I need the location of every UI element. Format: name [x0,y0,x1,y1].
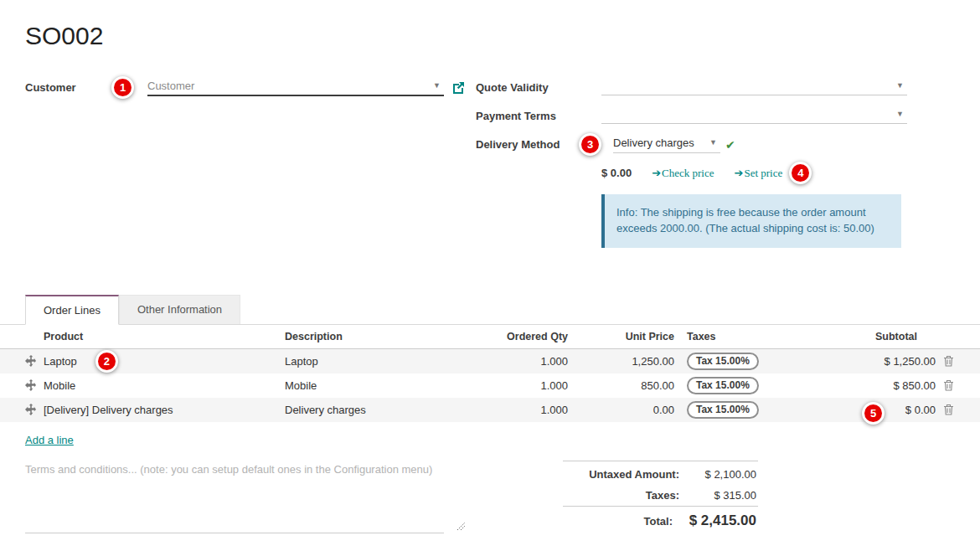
terms-textarea[interactable]: Terms and conditions... (note: you can s… [25,458,444,533]
arrow-right-icon: ➔ [735,167,744,179]
taxes-row: Taxes: $ 315.00 [563,485,758,506]
tax-badge[interactable]: Tax 15.00% [687,401,759,419]
checkmark-icon: ✔ [725,138,735,152]
annotation-badge-2: 2 [95,350,118,373]
delivery-method-label: Delivery Method [476,138,579,151]
notebook-tabs: Order Lines Other Information [0,295,980,325]
terms-placeholder: Terms and conditions... (note: you can s… [25,463,432,476]
quote-validity-input[interactable]: ▼ [601,80,907,95]
tab-other-information[interactable]: Other Information [119,295,240,324]
annotation-badge-5: 5 [862,402,885,425]
line-qty[interactable]: 1.000 [471,379,568,392]
customer-input[interactable]: Customer ▼ [147,80,444,96]
untaxed-amount-value: $ 2,100.00 [679,468,756,481]
order-lines-header: Product Description Ordered Qty Unit Pri… [0,325,980,349]
totals-panel: Untaxed Amount: $ 2,100.00 Taxes: $ 315.… [563,461,758,533]
taxes-value: $ 315.00 [679,489,756,502]
set-price-button[interactable]: ➔Set price [735,167,783,180]
product-name[interactable]: Laptop [44,355,77,368]
line-unit-price[interactable]: 0.00 [568,404,674,416]
product-name[interactable]: Mobile [44,379,75,392]
shipping-info-alert: Info: The shipping is free because the o… [601,194,901,248]
line-unit-price[interactable]: 1,250.00 [568,355,674,368]
line-qty[interactable]: 1.000 [471,404,568,416]
add-a-line-button[interactable]: Add a line [25,434,74,446]
form-left-column: Customer 1 Customer ▼ [0,76,465,248]
table-row[interactable]: Mobile Mobile 1.000 850.00 Tax 15.00% $ … [0,373,980,398]
annotation-badge-4: 4 [789,162,812,184]
customer-placeholder: Customer [147,80,194,92]
line-description[interactable]: Laptop [285,355,471,368]
col-ordered-qty[interactable]: Ordered Qty [471,331,568,342]
line-qty[interactable]: 1.000 [471,355,568,368]
external-link-icon[interactable] [452,81,465,94]
page-title: SO002 [25,22,980,50]
arrow-right-icon: ➔ [652,167,661,179]
drag-handle-icon[interactable] [0,404,44,415]
resize-handle-icon[interactable] [456,522,466,531]
form-area: Customer 1 Customer ▼ Quote Validity ▼ P… [0,76,980,248]
col-product[interactable]: Product [44,331,285,342]
tab-order-lines[interactable]: Order Lines [25,295,119,325]
payment-terms-row: Payment Terms ▼ [476,105,907,127]
col-description[interactable]: Description [285,331,471,342]
table-row[interactable]: [Delivery] Delivery charges Delivery cha… [0,398,980,422]
total-value: $ 2,415.00 [673,512,756,529]
chevron-down-icon[interactable]: ▼ [706,138,720,147]
chevron-down-icon[interactable]: ▼ [430,81,444,90]
col-unit-price[interactable]: Unit Price [568,331,674,342]
quote-validity-label: Quote Validity [476,81,601,94]
chevron-down-icon[interactable]: ▼ [893,81,907,90]
untaxed-amount-row: Untaxed Amount: $ 2,100.00 [563,461,758,485]
annotation-badge-1: 1 [111,76,134,99]
line-subtotal: $ 1,250.00 [846,355,936,368]
check-price-button[interactable]: ➔Check price [652,167,714,180]
payment-terms-label: Payment Terms [476,110,601,122]
chevron-down-icon[interactable]: ▼ [893,110,907,118]
delivery-price-row: $ 0.00 ➔Check price ➔Set price 4 [601,162,907,184]
table-row[interactable]: Laptop 2 Laptop 1.000 1,250.00 Tax 15.00… [0,349,980,373]
delete-line-icon[interactable] [936,355,980,367]
tax-badge[interactable]: Tax 15.00% [687,377,759,394]
delivery-price: $ 0.00 [601,167,632,179]
footer-area: Terms and conditions... (note: you can s… [0,458,980,533]
delivery-method-value: Delivery charges [613,136,694,149]
annotation-badge-3: 3 [579,133,601,156]
col-taxes[interactable]: Taxes [674,331,846,342]
total-label: Total: [563,515,673,528]
customer-row: Customer 1 Customer ▼ [25,76,465,99]
line-subtotal: $ 850.00 [846,379,936,392]
tax-badge[interactable]: Tax 15.00% [687,353,759,370]
delete-line-icon[interactable] [936,379,980,391]
drag-handle-icon[interactable] [0,379,44,391]
customer-label: Customer [25,81,111,94]
taxes-label: Taxes: [563,489,679,502]
total-row: Total: $ 2,415.00 [563,506,758,533]
quote-validity-row: Quote Validity ▼ [476,76,907,99]
product-name[interactable]: [Delivery] Delivery charges [44,404,173,416]
payment-terms-input[interactable]: ▼ [601,109,907,124]
untaxed-amount-label: Untaxed Amount: [563,468,679,481]
line-description[interactable]: Delivery charges [285,404,471,416]
col-subtotal[interactable]: Subtotal [846,331,936,342]
drag-handle-icon[interactable] [0,355,44,367]
delivery-method-row: Delivery Method 3 Delivery charges ▼ ✔ [476,133,907,156]
delete-line-icon[interactable] [936,404,980,415]
line-subtotal: $ 0.00 [905,404,936,416]
line-unit-price[interactable]: 850.00 [568,379,674,392]
delivery-method-input[interactable]: Delivery charges ▼ [613,136,720,153]
line-description[interactable]: Mobile [285,379,471,392]
form-right-column: Quote Validity ▼ Payment Terms ▼ Deliver… [476,76,907,248]
